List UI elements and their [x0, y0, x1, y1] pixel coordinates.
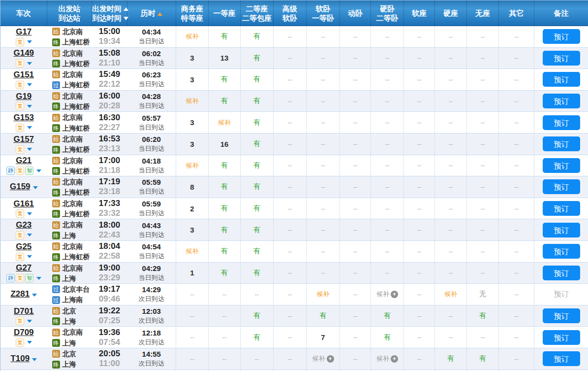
- train-row-G161: G161复始北京南终上海虹桥17:3323:3205:59当日到达2有有----…: [0, 198, 588, 219]
- col-header-hard-seat: 硬座: [435, 0, 467, 26]
- sort-desc-icon[interactable]: [124, 17, 128, 20]
- expand-arrow-icon[interactable]: [27, 212, 32, 215]
- end-station-icon: 终: [52, 317, 60, 325]
- train-number-link[interactable]: D701: [14, 306, 34, 316]
- train-number-link[interactable]: T109: [10, 354, 30, 363]
- train-number-link[interactable]: G149: [13, 48, 34, 58]
- seat-cell-hard-sleeper: --: [371, 176, 404, 198]
- arrival-day: 当日到达: [127, 101, 176, 110]
- train-number-link[interactable]: G25: [16, 242, 31, 251]
- book-button[interactable]: 预订: [543, 201, 580, 216]
- book-button[interactable]: 预订: [543, 223, 580, 237]
- train-number-link[interactable]: G19: [16, 92, 31, 101]
- expand-arrow-icon[interactable]: [27, 126, 32, 129]
- col-header-time[interactable]: 出发时间到达时间: [92, 0, 127, 26]
- train-no-cell: G17复: [0, 26, 47, 48]
- train-number-link[interactable]: G157: [13, 135, 34, 144]
- waitlist-plus-icon[interactable]: +: [327, 355, 334, 363]
- train-badges-line: 静复智: [0, 273, 47, 282]
- sort-asc-icon[interactable]: [124, 7, 128, 11]
- seat-cell-soft-seat: --: [404, 90, 435, 112]
- train-number-link[interactable]: G27: [16, 263, 31, 272]
- expand-arrow-icon[interactable]: [32, 294, 37, 297]
- seat-cell-other: --: [499, 262, 534, 284]
- expand-arrow-icon[interactable]: [27, 40, 32, 43]
- seat-cell-emu-sleeper: --: [340, 198, 371, 219]
- col-header-duration[interactable]: 历时: [127, 0, 176, 26]
- expand-arrow-icon[interactable]: [27, 320, 32, 323]
- end-station-icon: 终: [52, 189, 60, 197]
- train-no-line: G27: [0, 263, 47, 273]
- expand-arrow-icon[interactable]: [27, 255, 32, 258]
- book-button[interactable]: 预订: [543, 330, 580, 345]
- book-button[interactable]: 预订: [543, 94, 580, 108]
- train-number-link[interactable]: Z281: [10, 289, 30, 299]
- sort-asc-icon[interactable]: [157, 12, 162, 16]
- remark-cell: 预订: [534, 327, 588, 348]
- expand-arrow-icon[interactable]: [27, 341, 32, 344]
- train-row-G157: G157复始北京南终上海虹桥16:5323:1306:20当日到达316有---…: [0, 133, 588, 155]
- stations-cell: 过北京丰台过上海南: [47, 284, 92, 305]
- train-number-link[interactable]: G17: [16, 27, 31, 36]
- book-button[interactable]: 预订: [543, 266, 580, 280]
- book-button[interactable]: 预订: [543, 179, 580, 194]
- expand-arrow-icon[interactable]: [33, 186, 38, 189]
- book-button[interactable]: 预订: [543, 158, 580, 173]
- seat-cell-emu-sleeper: --: [340, 26, 371, 48]
- col-header-remark: 备注: [534, 0, 588, 26]
- expand-arrow-icon[interactable]: [27, 62, 32, 65]
- book-button[interactable]: 预订: [543, 72, 580, 87]
- book-button[interactable]: 预订: [543, 351, 580, 366]
- seat-cell-first-class-seat: 有: [209, 219, 241, 241]
- seat-cell-second-class-seat: 有: [241, 155, 274, 176]
- waitlist-plus-icon[interactable]: +: [391, 291, 398, 298]
- start-station-icon: 始: [52, 307, 60, 315]
- train-number-link[interactable]: G23: [16, 220, 31, 230]
- seat-cell-soft-sleeper: --: [307, 112, 340, 134]
- depart-station-line: 始北京南: [52, 198, 92, 208]
- train-number-link[interactable]: G21: [16, 156, 31, 165]
- expand-arrow-icon[interactable]: [27, 105, 32, 108]
- train-number-link[interactable]: D709: [14, 328, 34, 337]
- fuxing-badge: 复: [16, 81, 24, 89]
- book-button[interactable]: 预订: [543, 136, 580, 151]
- depart-time: 16:30: [92, 113, 127, 123]
- seat-cell-soft-seat: --: [404, 305, 435, 327]
- train-number-link[interactable]: G153: [13, 113, 34, 122]
- col-header-soft-seat: 软座: [404, 0, 435, 26]
- seat-cell-soft-seat: --: [404, 284, 435, 305]
- book-button[interactable]: 预订: [543, 29, 580, 44]
- train-number-link[interactable]: G159: [10, 182, 31, 191]
- train-badges-line: 复: [0, 144, 47, 154]
- expand-arrow-icon[interactable]: [36, 169, 41, 172]
- stations-cell: 始北京终上海: [47, 348, 92, 370]
- col-label-second-class-seat: 二等座: [246, 4, 268, 13]
- seat-cell-soft-seat: --: [404, 327, 435, 348]
- expand-arrow-icon[interactable]: [27, 234, 32, 236]
- duration: 06:23: [127, 70, 176, 80]
- book-button[interactable]: 预订: [543, 308, 580, 323]
- book-button[interactable]: 预订: [543, 51, 580, 66]
- waitlist-plus-icon[interactable]: +: [391, 355, 398, 363]
- expand-arrow-icon[interactable]: [36, 277, 41, 280]
- expand-arrow-icon[interactable]: [27, 148, 32, 151]
- book-button[interactable]: 预订: [543, 115, 580, 130]
- depart-station-line: 始北京南: [52, 48, 92, 58]
- train-number-link[interactable]: G151: [13, 70, 34, 79]
- book-button[interactable]: 预订: [543, 244, 580, 259]
- train-list-body: G17复始北京南终上海虹桥15:0019:3404:34当日到达候补有有----…: [0, 26, 588, 371]
- seat-cell-second-class-seat: 有: [241, 133, 274, 155]
- end-station-icon: 终: [52, 232, 60, 239]
- depart-station: 北京南: [62, 221, 83, 229]
- train-badges-line: 复: [0, 101, 47, 111]
- expand-arrow-icon[interactable]: [27, 83, 32, 86]
- seat-cell-first-class-seat: 有: [209, 26, 241, 48]
- train-number-link[interactable]: G161: [13, 199, 34, 208]
- seat-cell-hard-sleeper: --: [371, 198, 404, 219]
- expand-arrow-icon[interactable]: [32, 358, 37, 361]
- seat-cell-no-seat: --: [467, 26, 499, 48]
- train-no-line: G21: [0, 156, 47, 166]
- train-badges-line: 复: [0, 80, 47, 89]
- stations-cell: 始北京南过上海虹桥: [47, 69, 92, 91]
- duration: 04:43: [127, 221, 176, 231]
